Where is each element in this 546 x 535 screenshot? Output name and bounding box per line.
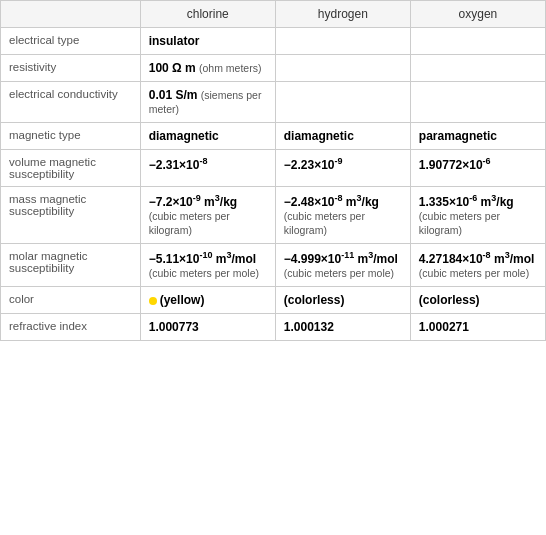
property-label: resistivity <box>1 55 141 82</box>
cell-oxygen: 1.335×10-6 m3/kg (cubic meters per kilog… <box>410 187 545 244</box>
cell-chlorine: diamagnetic <box>140 123 275 150</box>
properties-table: chlorine hydrogen oxygen electrical type… <box>0 0 546 341</box>
cell-oxygen <box>410 82 545 123</box>
table-row: mass magnetic susceptibility−7.2×10-9 m3… <box>1 187 546 244</box>
table-row: volume magnetic susceptibility−2.31×10-8… <box>1 150 546 187</box>
cell-main-value: insulator <box>149 34 200 48</box>
header-property <box>1 1 141 28</box>
cell-main-value: −7.2×10-9 m3/kg <box>149 195 237 209</box>
cell-unit: (cubic meters per mole) <box>284 267 394 279</box>
cell-chlorine: 100 Ω m (ohm meters) <box>140 55 275 82</box>
cell-main-value: (colorless) <box>284 293 345 307</box>
header-oxygen: oxygen <box>410 1 545 28</box>
table-row: electrical conductivity0.01 S/m (siemens… <box>1 82 546 123</box>
cell-unit: (ohm meters) <box>199 62 261 74</box>
cell-chlorine: (yellow) <box>140 287 275 314</box>
header-chlorine: chlorine <box>140 1 275 28</box>
property-label: molar magnetic susceptibility <box>1 244 141 287</box>
cell-main-value: 1.000132 <box>284 320 334 334</box>
cell-oxygen: 1.90772×10-6 <box>410 150 545 187</box>
property-label: color <box>1 287 141 314</box>
cell-main-value: 0.01 S/m <box>149 88 198 102</box>
cell-oxygen: 4.27184×10-8 m3/mol (cubic meters per mo… <box>410 244 545 287</box>
cell-oxygen: paramagnetic <box>410 123 545 150</box>
cell-chlorine: 1.000773 <box>140 314 275 341</box>
cell-unit: (cubic meters per mole) <box>419 267 529 279</box>
table-row: color(yellow)(colorless)(colorless) <box>1 287 546 314</box>
cell-hydrogen: diamagnetic <box>275 123 410 150</box>
header-hydrogen: hydrogen <box>275 1 410 28</box>
cell-unit: (cubic meters per kilogram) <box>149 210 230 236</box>
property-label: electrical conductivity <box>1 82 141 123</box>
cell-unit: (cubic meters per kilogram) <box>419 210 500 236</box>
cell-main-value: 1.90772×10-6 <box>419 158 491 172</box>
cell-main-value: −2.31×10-8 <box>149 158 208 172</box>
cell-main-value: paramagnetic <box>419 129 497 143</box>
cell-chlorine: −2.31×10-8 <box>140 150 275 187</box>
table-row: electrical typeinsulator <box>1 28 546 55</box>
cell-chlorine: −5.11×10-10 m3/mol (cubic meters per mol… <box>140 244 275 287</box>
cell-hydrogen <box>275 28 410 55</box>
table-row: molar magnetic susceptibility−5.11×10-10… <box>1 244 546 287</box>
cell-main-value: 4.27184×10-8 m3/mol <box>419 252 534 266</box>
cell-unit: (cubic meters per kilogram) <box>284 210 365 236</box>
cell-oxygen: 1.000271 <box>410 314 545 341</box>
table-row: magnetic typediamagneticdiamagneticparam… <box>1 123 546 150</box>
cell-hydrogen: −2.23×10-9 <box>275 150 410 187</box>
cell-main-value: diamagnetic <box>284 129 354 143</box>
property-label: volume magnetic susceptibility <box>1 150 141 187</box>
table-row: refractive index1.0007731.0001321.000271 <box>1 314 546 341</box>
color-dot-icon <box>149 297 157 305</box>
cell-hydrogen: (colorless) <box>275 287 410 314</box>
cell-main-value: diamagnetic <box>149 129 219 143</box>
property-label: magnetic type <box>1 123 141 150</box>
cell-hydrogen <box>275 82 410 123</box>
cell-hydrogen: 1.000132 <box>275 314 410 341</box>
cell-main-value: 1.000773 <box>149 320 199 334</box>
cell-chlorine: 0.01 S/m (siemens per meter) <box>140 82 275 123</box>
property-label: electrical type <box>1 28 141 55</box>
cell-main-value: −4.999×10-11 m3/mol <box>284 252 398 266</box>
cell-chlorine: insulator <box>140 28 275 55</box>
cell-main-value: −5.11×10-10 m3/mol <box>149 252 256 266</box>
property-label: mass magnetic susceptibility <box>1 187 141 244</box>
cell-hydrogen: −2.48×10-8 m3/kg (cubic meters per kilog… <box>275 187 410 244</box>
cell-main-value: −2.23×10-9 <box>284 158 343 172</box>
cell-chlorine: −7.2×10-9 m3/kg (cubic meters per kilogr… <box>140 187 275 244</box>
cell-main-value: −2.48×10-8 m3/kg <box>284 195 379 209</box>
cell-oxygen: (colorless) <box>410 287 545 314</box>
cell-main-value: 100 Ω m <box>149 61 196 75</box>
cell-unit: (cubic meters per mole) <box>149 267 259 279</box>
cell-main-value: (colorless) <box>419 293 480 307</box>
table-row: resistivity100 Ω m (ohm meters) <box>1 55 546 82</box>
cell-hydrogen: −4.999×10-11 m3/mol (cubic meters per mo… <box>275 244 410 287</box>
cell-oxygen <box>410 28 545 55</box>
cell-oxygen <box>410 55 545 82</box>
cell-main-value: 1.335×10-6 m3/kg <box>419 195 514 209</box>
cell-hydrogen <box>275 55 410 82</box>
cell-main-value: 1.000271 <box>419 320 469 334</box>
cell-main-value: (yellow) <box>160 293 205 307</box>
property-label: refractive index <box>1 314 141 341</box>
